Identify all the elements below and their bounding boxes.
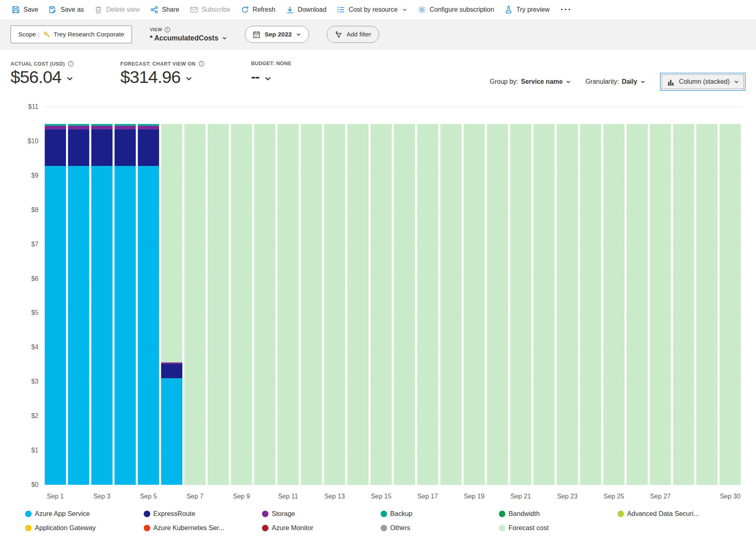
group-by-control[interactable]: Group by: Service name (490, 78, 571, 85)
legend-item[interactable]: Azure Kubernetes Ser... (144, 524, 262, 532)
share-button[interactable]: Share (145, 2, 185, 17)
toolbar-item-label: Cost by resource (349, 6, 398, 13)
legend-item[interactable]: Backup (381, 510, 499, 518)
configure-subscription-button[interactable]: Configure subscription (413, 2, 499, 17)
budget-dropdown[interactable]: -- (251, 68, 292, 86)
save-as-button[interactable]: Save as (43, 2, 89, 17)
info-icon (68, 61, 74, 67)
chevron-down-icon (222, 36, 227, 41)
svg-text:Sep 9: Sep 9 (233, 493, 250, 500)
group-by-label: Group by: (490, 78, 518, 85)
legend-label: Bandwidth (509, 510, 540, 518)
legend-item[interactable]: Storage (262, 510, 381, 518)
legend-swatch (144, 511, 150, 517)
list-icon (337, 6, 345, 14)
legend-item[interactable]: Azure Monitor (262, 524, 381, 532)
chart-type-label: Column (stacked) (679, 78, 730, 85)
chart-controls: Group by: Service name Granularity: Dail… (490, 73, 745, 91)
calendar-icon (253, 31, 260, 38)
share-icon (150, 6, 158, 14)
cost-by-resource-menu[interactable]: Cost by resource (332, 2, 413, 17)
actual-cost-dropdown[interactable]: $56.04 (11, 68, 74, 86)
chevron-down-icon (402, 7, 407, 13)
toolbar-item-label: Delete view (106, 6, 140, 13)
legend-item[interactable]: Application Gateway (25, 524, 144, 532)
legend: Azure App ServiceExpressRouteStorageBack… (25, 510, 736, 532)
chart-type-button[interactable]: Column (stacked) (660, 73, 745, 91)
legend-swatch (618, 511, 624, 517)
svg-text:$8: $8 (31, 206, 38, 213)
date-range-picker[interactable]: Sep 2022 (245, 26, 309, 43)
legend-item[interactable]: Bandwidth (499, 510, 618, 518)
legend-label: Forecast cost (509, 524, 549, 532)
forecast-dropdown[interactable]: $314.96 (120, 68, 204, 86)
download-icon (286, 6, 294, 14)
svg-text:Sep 1: Sep 1 (47, 493, 64, 500)
svg-text:$0: $0 (31, 481, 38, 488)
chevron-down-icon (66, 75, 74, 83)
legend-swatch (262, 511, 268, 517)
chart-area: $0$1$2$3$4$5$6$7$8$9$10$11Sep 1Sep 3Sep … (12, 101, 752, 507)
add-filter-button[interactable]: Add filter (327, 26, 379, 43)
try-preview-button[interactable]: Try preview (499, 2, 555, 17)
group-by-value: Service name (521, 78, 562, 85)
key-icon (43, 31, 50, 38)
granularity-control[interactable]: Granularity: Daily (586, 78, 645, 85)
legend-item[interactable]: ExpressRoute (144, 510, 262, 518)
gear-icon (418, 6, 426, 14)
svg-text:$3: $3 (31, 378, 38, 385)
legend-item[interactable]: Others (381, 524, 499, 532)
svg-text:Sep 11: Sep 11 (278, 493, 298, 500)
save-button[interactable]: Save (6, 2, 43, 17)
kpi-forecast-cost: FORECAST: CHART VIEW ON $314.96 (120, 61, 204, 86)
forecast-value: $314.96 (120, 68, 180, 86)
save-icon (12, 6, 20, 14)
svg-text:Sep 27: Sep 27 (650, 493, 671, 500)
view-selector[interactable]: VIEW * AccumulatedCosts (150, 27, 228, 42)
legend-swatch (381, 525, 387, 531)
svg-text:Sep 19: Sep 19 (464, 493, 485, 500)
svg-text:Sep 7: Sep 7 (187, 493, 204, 500)
date-range-value: Sep 2022 (264, 31, 292, 38)
add-filter-label: Add filter (347, 31, 371, 38)
refresh-button[interactable]: Refresh (236, 2, 281, 17)
toolbar-item-label: Refresh (253, 6, 275, 13)
svg-text:Sep 21: Sep 21 (511, 493, 531, 500)
scope-label: Scope : (18, 31, 40, 38)
legend-item[interactable]: Advanced Data Securi... (618, 510, 736, 518)
granularity-label: Granularity: (586, 78, 619, 85)
legend-swatch (499, 525, 505, 531)
legend-item[interactable]: Azure App Service (25, 510, 144, 518)
command-bar: SaveSave asDelete viewShareSubscribeRefr… (0, 0, 756, 19)
svg-text:$2: $2 (31, 412, 38, 419)
refresh-icon (241, 6, 249, 14)
legend-swatch (25, 511, 32, 517)
toolbar-item-label: Try preview (516, 6, 549, 13)
save-as-icon (49, 6, 57, 14)
svg-text:$10: $10 (28, 138, 38, 144)
legend-item[interactable]: Forecast cost (499, 524, 618, 532)
svg-text:Sep 15: Sep 15 (371, 493, 392, 500)
svg-text:Sep 3: Sep 3 (94, 493, 111, 500)
chevron-down-icon (185, 75, 193, 83)
svg-text:$9: $9 (31, 172, 38, 179)
subscribe-button: Subscribe (185, 2, 236, 17)
scope-picker[interactable]: Scope : Trey Research Corporate (11, 25, 132, 43)
download-button[interactable]: Download (281, 2, 332, 17)
cost-chart: $0$1$2$3$4$5$6$7$8$9$10$11Sep 1Sep 3Sep … (12, 101, 745, 506)
toolbar-item-label: Share (162, 6, 179, 13)
trash-icon (94, 6, 102, 14)
chevron-down-icon (264, 75, 272, 83)
column-chart-icon (667, 78, 675, 86)
chevron-down-icon (640, 79, 645, 85)
forecast-label: FORECAST: CHART VIEW ON (120, 61, 196, 67)
more-commands-button[interactable]: ··· (555, 2, 577, 17)
legend-swatch (262, 525, 268, 531)
legend-swatch (25, 525, 32, 531)
actual-cost-label: ACTUAL COST (USD) (11, 61, 65, 67)
toolbar-item-label: Download (298, 6, 326, 13)
svg-text:Sep 25: Sep 25 (604, 493, 624, 500)
filter-bar: Scope : Trey Research Corporate VIEW * A… (0, 19, 756, 49)
toolbar-item-label: Save (23, 6, 38, 13)
legend-label: Advanced Data Securi... (627, 510, 699, 518)
